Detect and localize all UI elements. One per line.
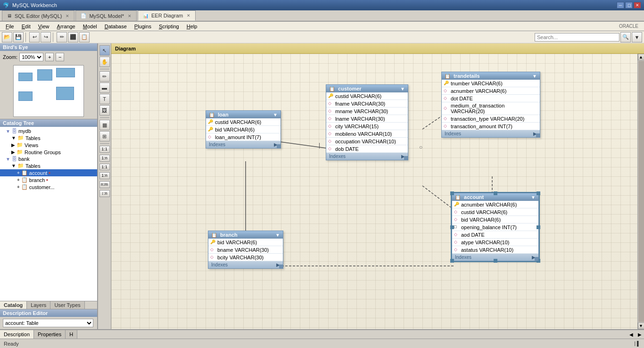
nav-left-button[interactable]: ◀ — [627, 330, 636, 339]
vertical-scrollbar[interactable]: ▲ ▼ — [637, 54, 644, 329]
resize-handle[interactable] — [277, 144, 281, 148]
table-loan-arrow[interactable]: ▼ — [273, 112, 278, 117]
resize-handle[interactable] — [404, 156, 408, 160]
tab-sql-editor[interactable]: 🖥 SQL Editor (MySQL) ✕ — [2, 10, 74, 21]
diamond-icon: ◇ — [328, 116, 334, 122]
corner-tr[interactable] — [537, 191, 540, 195]
search-options-button[interactable]: ▼ — [632, 32, 642, 42]
tool-rectangle[interactable]: ▬ — [99, 83, 110, 93]
corner-tl[interactable] — [450, 191, 454, 195]
tab-sql-editor-close[interactable]: ✕ — [66, 14, 69, 18]
menu-view[interactable]: View — [34, 22, 53, 31]
menu-database[interactable]: Database — [101, 22, 131, 31]
restore-button[interactable]: ◻ — [625, 2, 633, 8]
resize-handle[interactable] — [279, 265, 283, 268]
table-customer-arrow[interactable]: ▼ — [400, 86, 405, 91]
scroll-up-button[interactable]: ▲ — [638, 54, 644, 60]
tree-item-bank[interactable]: ▼ 🗄 bank — [0, 156, 97, 162]
tab-layers[interactable]: Layers — [27, 301, 50, 309]
tree-item-mydb-tables[interactable]: ▼ 📁 Tables — [0, 134, 97, 141]
tree-item-branch[interactable]: + 📋 branch ● — [0, 176, 97, 183]
tool-hand[interactable]: ✋ — [99, 57, 110, 67]
tool-select[interactable]: ↖ — [99, 45, 110, 56]
edge-b[interactable] — [494, 259, 497, 263]
undo-button[interactable]: ↩ — [29, 32, 40, 42]
edit-button[interactable]: ✏ — [57, 32, 67, 42]
tree-item-mydb[interactable]: ▼ 🗄 mydb — [0, 128, 97, 134]
table-branch-footer: Indexes ▶ — [208, 261, 283, 268]
tool-image[interactable]: 🖼 — [99, 105, 110, 116]
table-branch-arrow[interactable]: ▼ — [275, 232, 280, 238]
edge-t[interactable] — [494, 191, 497, 195]
redo-button[interactable]: ↪ — [41, 32, 51, 42]
table-account[interactable]: 📋 account ▼ 🔑 acnumber VARCHAR(6) ◇ cust… — [452, 193, 539, 261]
menu-help[interactable]: Help — [183, 22, 201, 31]
search-input[interactable] — [535, 33, 619, 41]
minimize-button[interactable]: ─ — [617, 2, 624, 8]
tab-catalog[interactable]: Catalog — [0, 301, 27, 309]
zoom-in-button[interactable]: + — [45, 53, 54, 61]
block-button[interactable]: ⬛ — [68, 32, 78, 42]
tran-field-acnumber: ◇ acnumber VARCHAR(6) — [442, 87, 540, 95]
tab-mysql-model-close[interactable]: ✕ — [128, 14, 132, 18]
tree-item-bank-tables[interactable]: ▼ 📁 Tables — [0, 162, 97, 169]
table-customer[interactable]: 📋 customer ▼ 🔑 custid VARCHAR(6) ◇ fname… — [326, 84, 408, 160]
menu-arrange[interactable]: Arrange — [53, 22, 79, 31]
tool-1-nb[interactable]: 1:n — [99, 172, 110, 179]
tree-item-account[interactable]: + 📋 account ● — [0, 169, 97, 176]
table-loan[interactable]: 📋 loan ▼ 🔑 custid VARCHAR(6) 🔑 bid VARCH… — [206, 110, 281, 149]
tool-fk[interactable]: ↕:n — [99, 190, 110, 197]
tab-eer-close[interactable]: ✕ — [187, 13, 190, 18]
tool-layer[interactable]: ▦ — [99, 120, 110, 130]
menu-scripting[interactable]: Scripting — [155, 22, 183, 31]
tree-item-mydb-routines[interactable]: ▶ 📁 Routine Groups — [0, 149, 97, 156]
tab-mysql-model[interactable]: 📄 MySQL Model* ✕ — [75, 10, 137, 21]
be-branch — [18, 91, 33, 101]
edge-r[interactable] — [537, 225, 540, 229]
corner-bl[interactable] — [450, 259, 454, 263]
expand-icon: + — [17, 177, 20, 182]
scroll-down-button[interactable]: ▼ — [638, 323, 644, 329]
tab-h[interactable]: H — [66, 330, 77, 339]
resize-handle[interactable] — [536, 133, 540, 137]
tree-item-mydb-views[interactable]: ▶ 📁 Views — [0, 141, 97, 149]
clipboard-button[interactable]: 📋 — [79, 32, 90, 42]
diamond-icon: ◇ — [210, 255, 216, 260]
resize-handle[interactable] — [535, 257, 538, 261]
menu-edit[interactable]: Edit — [18, 22, 34, 31]
table-branch[interactable]: 📋 branch ▼ 🔑 bid VARCHAR(6) ◇ bname VARC… — [208, 231, 283, 269]
search-button[interactable]: 🔍 — [620, 32, 631, 42]
table-trandetails[interactable]: 📋 trandetails ▼ 🔑 tnumber VARCHAR(6) ◇ a… — [441, 72, 540, 138]
menu-plugins[interactable]: Plugins — [131, 22, 155, 31]
open-button[interactable]: 📂 — [2, 32, 12, 42]
table-trandetails-arrow[interactable]: ▼ — [532, 74, 537, 79]
zoom-out-button[interactable]: − — [56, 53, 64, 61]
tool-n-m[interactable]: n:m — [99, 181, 110, 188]
description-select[interactable]: account: Table — [3, 319, 93, 327]
menu-file[interactable]: File — [2, 22, 18, 31]
tab-user-types[interactable]: User Types — [50, 301, 84, 309]
zoom-select[interactable]: 50%75%100%125%150%200% — [19, 53, 43, 61]
tool-pencil[interactable]: ✏ — [99, 71, 110, 82]
close-button[interactable]: ✕ — [634, 2, 641, 8]
bank-tables-label: Tables — [25, 163, 41, 169]
customer-field-city: ◇ city VARCHAR(15) — [326, 123, 408, 130]
db-icon: 🗄 — [12, 156, 17, 162]
table-account-arrow[interactable]: ▼ — [531, 195, 536, 200]
tool-1-n[interactable]: 1:n — [99, 155, 110, 162]
save-button[interactable]: 💾 — [13, 32, 24, 42]
menu-model[interactable]: Model — [79, 22, 101, 31]
edge-l[interactable] — [450, 225, 454, 229]
tab-description[interactable]: Description — [0, 330, 34, 339]
tool-new-table[interactable]: ⊞ — [99, 131, 110, 141]
tree-item-customer[interactable]: + 📋 customer... — [0, 183, 97, 191]
branch-field-bcity: ◇ bcity VARCHAR(30) — [208, 254, 283, 261]
nav-right-button[interactable]: ▶ — [636, 330, 644, 339]
tool-text[interactable]: T — [99, 94, 110, 104]
diagram-canvas[interactable]: | ⊣ ○ 📋 loan ▼ 🔑 custid VARCHAR(6) — [111, 54, 644, 329]
tab-eer-diagram[interactable]: 📊 EER Diagram ✕ — [138, 10, 196, 21]
catalog-title: Catalog Tree — [3, 120, 34, 126]
tool-1-1b[interactable]: 1:1 — [99, 164, 110, 171]
tab-properties[interactable]: Properties — [34, 330, 66, 339]
tool-1-1[interactable]: 1:1 — [99, 146, 110, 153]
